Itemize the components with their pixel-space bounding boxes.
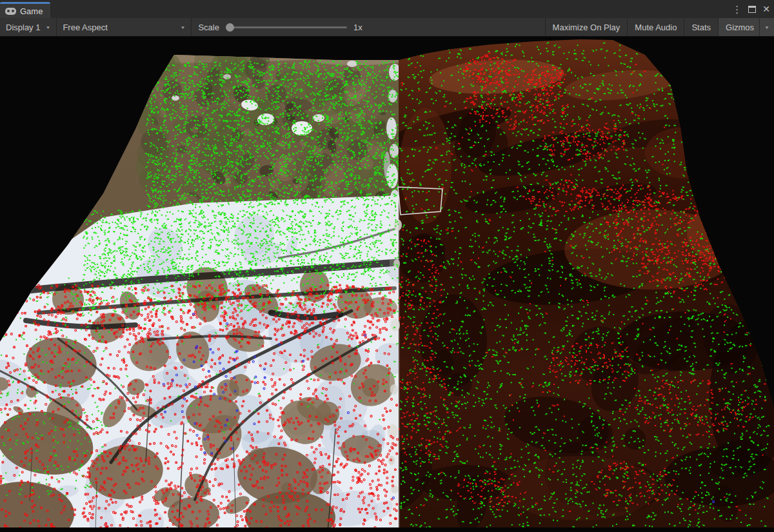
close-icon[interactable]: ✕ [762,4,770,14]
chevron-down-icon: ▼ [45,25,50,29]
tab-bar: Game ⋮ ✕ [0,0,774,18]
scale-value: 1x [353,23,362,32]
tab-game[interactable]: Game [0,2,50,18]
scale-slider-handle[interactable] [226,23,234,32]
gamepad-icon [5,8,16,15]
kebab-menu-icon[interactable]: ⋮ [732,5,742,14]
scale-slider[interactable] [226,23,347,32]
scale-group: Scale 1x [192,23,362,32]
gizmos-label: Gizmos [726,23,754,32]
chevron-down-icon: ▼ [180,25,185,29]
game-toolbar: Display 1 ▼ Free Aspect ▼ Scale 1x Maxim… [0,18,774,37]
stats-button[interactable]: Stats [684,18,718,36]
display-dropdown-label: Display 1 [6,23,40,32]
tab-game-label: Game [20,6,43,16]
gizmos-dropdown[interactable]: ▼ [759,18,774,36]
maximize-on-play-button[interactable]: Maximize On Play [545,18,628,36]
scale-slider-track [226,26,347,28]
display-dropdown[interactable]: Display 1 ▼ [0,18,56,36]
maximize-on-play-label: Maximize On Play [553,23,620,32]
aspect-dropdown[interactable]: Free Aspect ▼ [57,18,191,36]
mute-audio-label: Mute Audio [635,23,677,32]
restore-window-icon[interactable] [748,6,756,13]
chevron-down-icon: ▼ [764,25,769,29]
game-viewport[interactable] [0,37,774,532]
mute-audio-button[interactable]: Mute Audio [627,18,684,36]
stats-label: Stats [691,23,711,32]
scale-label: Scale [198,23,219,32]
gizmos-button[interactable]: Gizmos [718,18,759,36]
aspect-dropdown-label: Free Aspect [63,23,107,32]
